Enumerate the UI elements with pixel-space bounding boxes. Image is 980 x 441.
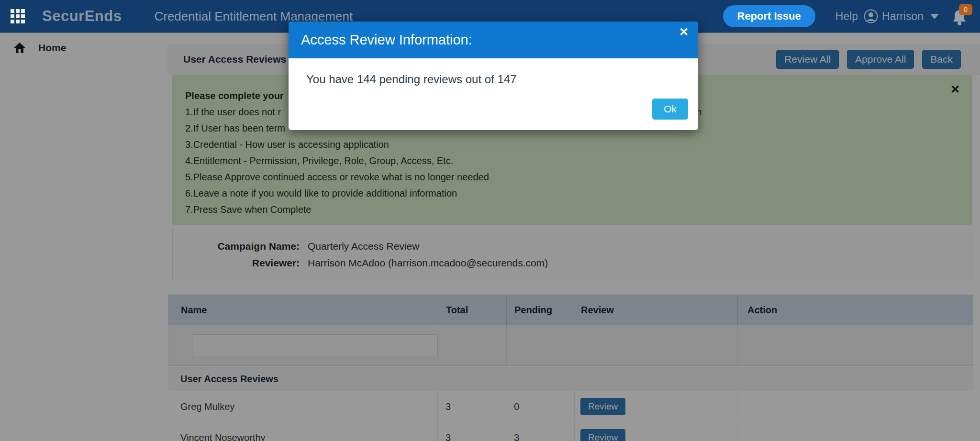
notifications-button[interactable]: 0 — [951, 5, 970, 28]
navbar-right: Report Issue Help Harrison 0 — [723, 5, 971, 28]
user-menu[interactable]: Harrison — [864, 9, 939, 23]
modal-message: You have 144 pending reviews out of 147 — [306, 73, 516, 86]
close-icon[interactable]: ✕ — [679, 26, 689, 38]
modal-body: You have 144 pending reviews out of 147 … — [289, 58, 698, 130]
username-label: Harrison — [882, 10, 924, 23]
access-review-modal: Access Review Information: ✕ You have 14… — [289, 22, 698, 130]
user-avatar-icon — [864, 9, 878, 23]
modal-header: Access Review Information: ✕ — [289, 22, 698, 58]
ok-button[interactable]: Ok — [652, 99, 688, 120]
app-grid-menu-icon[interactable] — [11, 9, 25, 23]
modal-title: Access Review Information: — [301, 32, 472, 48]
notification-count-badge: 0 — [959, 4, 972, 15]
chevron-down-icon — [930, 14, 939, 19]
help-link[interactable]: Help — [835, 10, 858, 23]
report-issue-button[interactable]: Report Issue — [723, 5, 815, 27]
securends-logo[interactable]: SecurEnds — [42, 8, 122, 25]
